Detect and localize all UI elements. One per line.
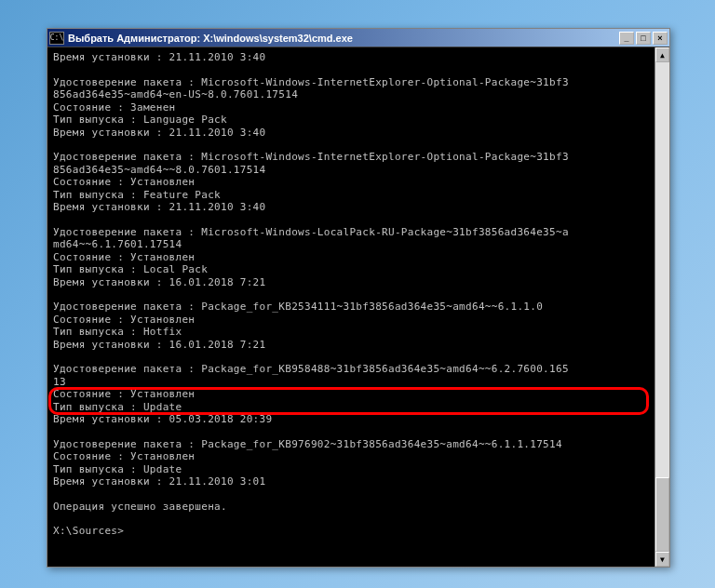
- console-line: Удостоверение пакета : Package_for_KB976…: [53, 438, 649, 451]
- console-block: Удостоверение пакета : Package_for_KB958…: [53, 363, 649, 426]
- console-output[interactable]: Время установки : 21.11.2010 3:40Удостов…: [47, 47, 654, 567]
- console-line: Состояние : Установлен: [53, 251, 649, 264]
- cmd-window: C:\ Выбрать Администратор: X:\windows\sy…: [47, 28, 670, 568]
- console-line: Время установки : 05.03.2018 20:39: [53, 413, 649, 426]
- console-line: Удостоверение пакета : Microsoft-Windows…: [53, 151, 649, 164]
- close-button[interactable]: ×: [653, 32, 668, 45]
- console-block: Удостоверение пакета : Microsoft-Windows…: [53, 76, 649, 140]
- scroll-track[interactable]: [655, 62, 669, 552]
- console-line: Удостоверение пакета : Microsoft-Windows…: [53, 76, 649, 89]
- console-line: Время установки : 21.11.2010 3:40: [53, 201, 649, 214]
- window-controls: _ □ ×: [619, 32, 668, 45]
- console-line: Тип выпуска : Update: [53, 401, 649, 414]
- console-block: Удостоверение пакета : Microsoft-Windows…: [53, 151, 649, 214]
- cmd-icon: C:\: [49, 32, 64, 45]
- console-line: 856ad364e35~amd64~en-US~8.0.7601.17514: [53, 88, 649, 101]
- console-block: Операция успешно завершена.: [53, 501, 649, 514]
- scroll-thumb[interactable]: [655, 477, 669, 552]
- console-line: Удостоверение пакета : Microsoft-Windows…: [53, 226, 649, 239]
- console-line: Состояние : Установлен: [53, 450, 649, 463]
- console-block: Удостоверение пакета : Package_for_KB976…: [53, 438, 649, 488]
- console-line: Время установки : 21.11.2010 3:01: [53, 475, 649, 488]
- console-line: Операция успешно завершена.: [53, 501, 649, 514]
- console-line: Время установки : 16.01.2018 7:21: [53, 339, 649, 352]
- console-line: Удостоверение пакета : Package_for_KB253…: [53, 301, 649, 314]
- console-line: Тип выпуска : Update: [53, 463, 649, 476]
- maximize-button[interactable]: □: [636, 32, 651, 45]
- minimize-button[interactable]: _: [619, 32, 634, 45]
- console-block: Время установки : 21.11.2010 3:40: [53, 51, 649, 64]
- console-line: Состояние : Заменен: [53, 101, 649, 114]
- scroll-down-button[interactable]: ▼: [655, 552, 669, 567]
- vertical-scrollbar[interactable]: ▲ ▼: [654, 47, 669, 567]
- console-area: Время установки : 21.11.2010 3:40Удостов…: [47, 47, 669, 567]
- console-block: Удостоверение пакета : Package_for_KB253…: [53, 301, 649, 351]
- titlebar[interactable]: C:\ Выбрать Администратор: X:\windows\sy…: [47, 29, 669, 47]
- console-line: X:\Sources>: [53, 525, 649, 538]
- console-line: md64~~6.1.7601.17514: [53, 238, 649, 251]
- console-line: Тип выпуска : Feature Pack: [53, 189, 649, 202]
- console-line: Состояние : Установлен: [53, 176, 649, 189]
- console-line: 856ad364e35~amd64~~8.0.7601.17514: [53, 164, 649, 177]
- console-line: Состояние : Установлен: [53, 388, 649, 401]
- window-title: Выбрать Администратор: X:\windows\system…: [68, 33, 619, 44]
- console-line: 13: [53, 376, 649, 389]
- console-line: Удостоверение пакета : Package_for_KB958…: [53, 363, 649, 376]
- scroll-up-button[interactable]: ▲: [655, 47, 669, 62]
- console-line: Состояние : Установлен: [53, 314, 649, 327]
- console-line: Время установки : 21.11.2010 3:40: [53, 51, 649, 64]
- console-line: Время установки : 21.11.2010 3:40: [53, 127, 649, 140]
- console-line: Тип выпуска : Language Pack: [53, 114, 649, 127]
- console-line: Время установки : 16.01.2018 7:21: [53, 276, 649, 289]
- console-line: Тип выпуска : Local Pack: [53, 263, 649, 276]
- console-block: Удостоверение пакета : Microsoft-Windows…: [53, 226, 649, 289]
- console-block: X:\Sources>: [53, 525, 649, 538]
- console-line: Тип выпуска : Hotfix: [53, 326, 649, 339]
